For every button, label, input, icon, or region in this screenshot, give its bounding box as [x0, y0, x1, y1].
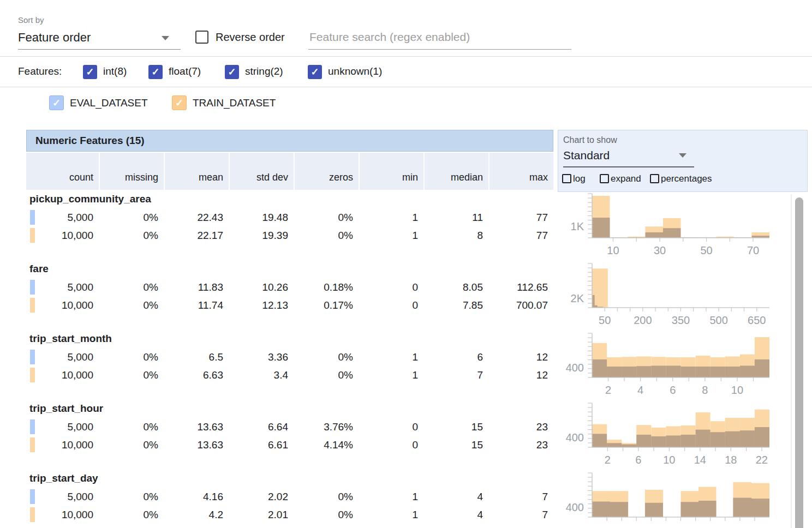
stat-cell: 1 [360, 226, 423, 244]
stat-cell: 4 [425, 488, 488, 506]
feature-group: trip_start_day5,0000%4.162.020%14710,000… [26, 471, 553, 528]
dataset-color-swatch [30, 350, 35, 364]
stat-cell: 8 [425, 226, 488, 244]
eval-dataset-checkbox[interactable]: ✓ [49, 95, 64, 110]
reverse-order-checkbox[interactable] [195, 31, 208, 44]
feature-name: trip_start_day [29, 472, 98, 484]
numeric-features-title: Numeric Features (15) [27, 135, 145, 147]
stat-cell: 12 [489, 348, 553, 366]
stat-cell: 0% [100, 488, 164, 506]
reverse-order-label: Reverse order [216, 31, 285, 44]
vertical-scrollbar-thumb[interactable] [795, 197, 803, 528]
percentages-checkbox[interactable] [650, 174, 659, 183]
stat-cell: 1 [360, 208, 423, 226]
check-icon: ✓ [151, 67, 159, 77]
feature-search-input[interactable] [308, 31, 571, 50]
check-icon: ✓ [311, 67, 319, 77]
expand-checkbox[interactable] [600, 174, 609, 183]
dataset-color-swatch [30, 437, 35, 452]
stat-cell: 0% [295, 208, 359, 226]
scrollbar-track [791, 194, 792, 528]
svg-text:50: 50 [700, 244, 712, 256]
feature-histogram: 502003505006502K [559, 262, 777, 332]
stat-cell: 2.02 [230, 488, 294, 506]
dataset-stats-row: 10,0000%11.7412.130.17%07.85700.07 [26, 296, 553, 314]
stat-cell: 0% [295, 506, 359, 524]
stat-cell: 0% [295, 488, 359, 506]
column-header-count: count [26, 153, 99, 190]
svg-text:10: 10 [607, 244, 619, 256]
stat-cell: 4 [425, 506, 488, 524]
svg-text:30: 30 [654, 244, 666, 256]
stat-cell: 10,000 [26, 296, 99, 314]
svg-text:6: 6 [670, 384, 676, 396]
stat-cell: 10,000 [26, 366, 99, 384]
stat-cell: 5,000 [26, 418, 99, 436]
chart-controls-panel: Chart to show Standard log expand percen… [558, 130, 808, 192]
feature-name: pickup_community_area [29, 193, 151, 205]
dataset-stats-row: 5,0000%6.53.360%1612 [26, 348, 553, 366]
svg-text:50: 50 [599, 314, 611, 326]
chevron-down-icon [679, 153, 686, 158]
stat-cell: 4.2 [165, 506, 229, 524]
stat-cell: 5,000 [26, 488, 99, 506]
filter-checkbox-int[interactable]: ✓ [83, 65, 97, 79]
svg-text:8: 8 [702, 384, 708, 396]
stat-cell: 10,000 [26, 436, 99, 454]
sort-by-label: Sort by [18, 15, 44, 25]
filter-label-unknown: unknown(1) [328, 65, 382, 77]
chart-type-select[interactable]: Standard [563, 148, 694, 167]
feature-histograms: 103050701K502003505006502K24681040026101… [559, 192, 777, 528]
stat-cell: 4.16 [165, 488, 229, 506]
log-label: log [573, 173, 586, 184]
select-underline [563, 166, 694, 167]
stat-cell: 0 [360, 436, 423, 454]
stat-cell: 0% [100, 506, 164, 524]
feature-stats-table-body: pickup_community_area5,0000%22.4319.480%… [26, 192, 553, 528]
stat-cell: 5,000 [26, 208, 99, 226]
feature-histogram: 400 [559, 471, 777, 528]
dataset-stats-row: 10,0000%13.636.614.14%01523 [26, 436, 553, 454]
check-icon: ✓ [52, 98, 61, 108]
filter-label-float: float(7) [169, 65, 201, 77]
stat-cell: 0% [295, 226, 359, 244]
stat-cell: 77 [489, 226, 553, 244]
stat-cell: 0.17% [295, 296, 359, 314]
filter-checkbox-float[interactable]: ✓ [148, 65, 163, 79]
stat-cell: 11.74 [165, 296, 229, 314]
stat-cell: 23 [489, 436, 553, 454]
expand-label: expand [611, 173, 641, 184]
sort-by-select[interactable]: Feature order [18, 28, 181, 50]
column-header-min: min [360, 153, 423, 190]
chart-to-show-label: Chart to show [563, 135, 617, 145]
stat-cell: 7 [425, 366, 488, 384]
feature-name: trip_start_month [29, 333, 112, 345]
stat-cell: 3.4 [230, 366, 294, 384]
svg-text:650: 650 [748, 314, 766, 326]
stat-cell: 0% [100, 436, 164, 454]
dataset-stats-row: 5,0000%11.8310.260.18%08.05112.65 [26, 278, 553, 296]
chart-type-value: Standard [563, 149, 610, 162]
check-icon: ✓ [175, 98, 183, 108]
stat-cell: 11 [425, 208, 488, 226]
column-header-stddev: std dev [230, 153, 294, 190]
stat-cell: 19.48 [230, 208, 294, 226]
stat-cell: 1 [360, 488, 423, 506]
stat-cell: 6 [425, 348, 488, 366]
svg-text:1K: 1K [571, 220, 584, 232]
features-filter-label: Features: [18, 65, 62, 77]
stat-cell: 8.05 [425, 278, 488, 296]
train-dataset-checkbox[interactable]: ✓ [172, 95, 187, 110]
dataset-color-swatch [30, 280, 35, 295]
stat-cell: 22.17 [165, 226, 229, 244]
column-header-median: median [425, 153, 488, 190]
log-checkbox[interactable] [562, 174, 571, 183]
filter-checkbox-string[interactable]: ✓ [225, 65, 239, 79]
stat-cell: 0 [360, 418, 423, 436]
stat-cell: 0% [295, 366, 359, 384]
dataset-color-swatch [30, 368, 35, 382]
filter-checkbox-unknown[interactable]: ✓ [308, 65, 322, 79]
dataset-color-swatch [30, 489, 35, 504]
stat-cell: 112.65 [489, 278, 553, 296]
stat-cell: 10,000 [26, 506, 99, 524]
